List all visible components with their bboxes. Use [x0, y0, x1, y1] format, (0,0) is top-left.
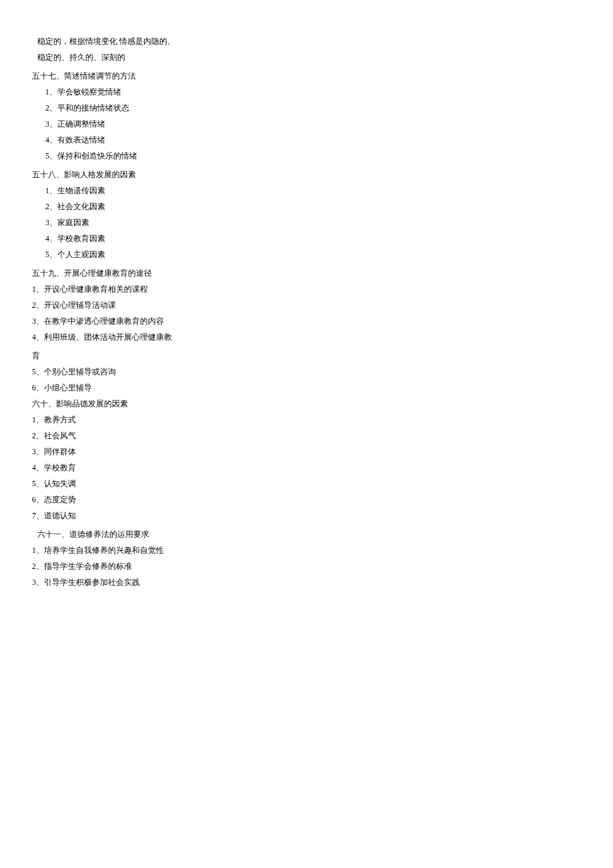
list-item: 3、引导学生积极参加社会实践	[32, 578, 581, 586]
intro-line: 稳定的，根据情境变化 情感是内隐的、	[32, 37, 581, 45]
list-item: 1、学会敏锐察觉情绪	[32, 88, 581, 96]
section-title: 五十七、简述情绪调节的方法	[32, 72, 581, 80]
list-item: 1、开设心理健康教育相关的课程	[32, 285, 581, 293]
list-item: 3、家庭因素	[32, 218, 581, 226]
list-item: 3、在教学中渗透心理健康教育的内容	[32, 317, 581, 325]
section-title: 六十、影响品德发展的因素	[32, 400, 581, 408]
list-item: 育	[32, 352, 581, 360]
list-item: 5、认知失调	[32, 480, 581, 488]
list-item: 2、指导学生学会修养的标准	[32, 562, 581, 570]
section-title: 六十一、道德修养法的运用要求	[32, 530, 581, 538]
list-item: 3、正确调整情绪	[32, 120, 581, 128]
list-item: 1、培养学生自我修养的兴趣和自觉性	[32, 546, 581, 554]
list-item: 5、个人主观因素	[32, 250, 581, 258]
list-item: 4、有效表达情绪	[32, 136, 581, 144]
section-title: 五十九、开展心理健康教育的途径	[32, 269, 581, 277]
intro-line: 稳定的、持久的、深刻的	[32, 53, 581, 61]
list-item: 5、保持和创造快乐的情绪	[32, 152, 581, 160]
list-item: 2、社会风气	[32, 432, 581, 440]
list-item: 2、社会文化因素	[32, 203, 581, 211]
list-item: 4、学校教育因素	[32, 234, 581, 242]
list-item: 1、教养方式	[32, 416, 581, 424]
list-item: 5、个别心里辅导或咨询	[32, 368, 581, 376]
list-item: 2、开设心理辅导活动课	[32, 301, 581, 309]
section-title: 五十八、影响人格发展的因素	[32, 171, 581, 179]
list-item: 2、平和的接纳情绪状态	[32, 104, 581, 112]
list-item: 7、道德认知	[32, 512, 581, 520]
list-item: 6、小组心里辅导	[32, 384, 581, 392]
list-item: 3、同伴群体	[32, 448, 581, 456]
list-item: 4、利用班级、团体活动开展心理健康教	[32, 333, 581, 341]
list-item: 6、态度定势	[32, 496, 581, 504]
list-item: 1、生物遗传因素	[32, 187, 581, 195]
list-item: 4、学校教育	[32, 464, 581, 472]
